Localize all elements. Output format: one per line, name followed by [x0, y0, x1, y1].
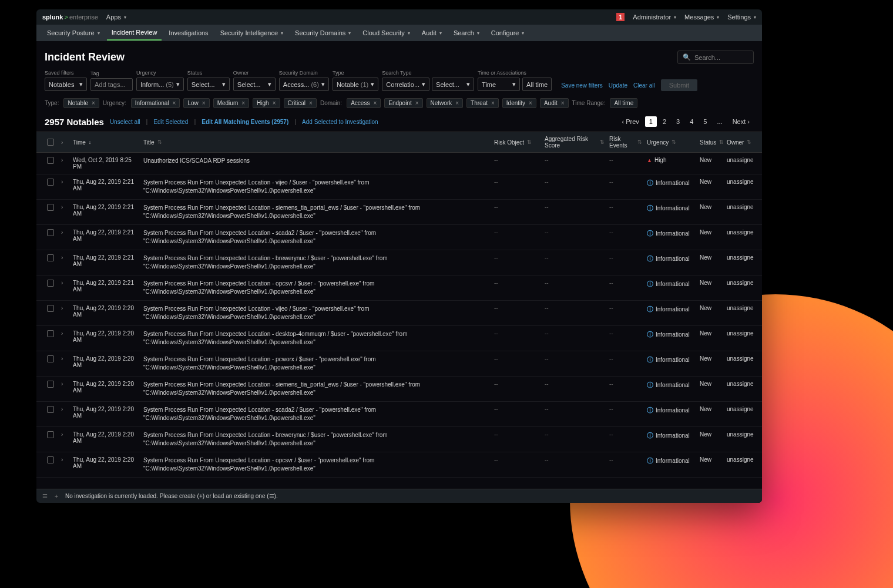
- page-3[interactable]: 3: [672, 116, 684, 127]
- col-status[interactable]: Status: [697, 132, 724, 152]
- menu-security-domains[interactable]: Security Domains: [290, 26, 355, 40]
- col-time[interactable]: Time: [70, 132, 141, 152]
- time-assoc-select[interactable]: Time▾: [478, 78, 520, 91]
- status-select[interactable]: Select...▾: [187, 78, 230, 91]
- row-checkbox[interactable]: [47, 157, 54, 164]
- edit-selected-link[interactable]: Edit Selected: [153, 119, 188, 125]
- table-row[interactable]: ›Thu, Aug 22, 2019 2:21 AMSystem Process…: [36, 200, 762, 225]
- chip-notable[interactable]: Notable×: [63, 98, 99, 108]
- close-icon[interactable]: ×: [455, 100, 459, 106]
- assoc-select[interactable]: Select...▾: [432, 78, 474, 91]
- row-checkbox[interactable]: [47, 431, 54, 438]
- expand-icon[interactable]: ›: [61, 179, 63, 185]
- table-row[interactable]: ›Thu, Aug 22, 2019 2:20 AMSystem Process…: [36, 402, 762, 427]
- expand-icon[interactable]: ›: [61, 204, 63, 210]
- close-icon[interactable]: ×: [173, 100, 176, 106]
- table-row[interactable]: ›Thu, Aug 22, 2019 2:21 AMSystem Process…: [36, 174, 762, 200]
- row-checkbox[interactable]: [47, 179, 54, 186]
- chip-threat[interactable]: Threat×: [466, 98, 499, 108]
- menu-incident-review[interactable]: Incident Review: [107, 25, 162, 41]
- expand-icon[interactable]: ›: [61, 157, 63, 163]
- row-checkbox[interactable]: [47, 229, 54, 236]
- submit-button[interactable]: Submit: [661, 79, 697, 91]
- chip-network[interactable]: Network×: [427, 98, 464, 108]
- add-icon[interactable]: ＋: [53, 492, 59, 500]
- close-icon[interactable]: ×: [415, 100, 419, 106]
- menu-search[interactable]: Search: [449, 26, 484, 40]
- col-owner[interactable]: Owner: [724, 132, 754, 152]
- expand-icon[interactable]: ›: [61, 431, 63, 438]
- col-agg-risk[interactable]: Aggregated Risk Score: [542, 132, 607, 152]
- menu-configure[interactable]: Configure: [486, 26, 529, 40]
- admin-menu[interactable]: Administrator: [633, 14, 676, 21]
- col-risk-object[interactable]: Risk Object: [492, 132, 542, 152]
- edit-all-link[interactable]: Edit All Matching Events (2957): [202, 119, 288, 125]
- expand-icon[interactable]: ›: [61, 330, 63, 337]
- expand-icon[interactable]: ›: [61, 229, 63, 236]
- chip-medium[interactable]: Medium×: [213, 98, 249, 108]
- saved-filters-select[interactable]: Notables▾: [45, 78, 87, 91]
- next-button[interactable]: Next ›: [728, 116, 754, 127]
- table-row[interactable]: ›Wed, Oct 2, 2019 8:25 PMUnauthorized IC…: [36, 153, 762, 174]
- chip-low[interactable]: Low×: [183, 98, 209, 108]
- table-row[interactable]: ›Thu, Aug 22, 2019 2:21 AMSystem Process…: [36, 250, 762, 275]
- update-link[interactable]: Update: [609, 82, 627, 89]
- row-checkbox[interactable]: [47, 381, 54, 388]
- clear-all-link[interactable]: Clear all: [633, 82, 655, 89]
- messages-menu[interactable]: Messages: [684, 14, 719, 21]
- close-icon[interactable]: ×: [561, 100, 565, 106]
- table-row[interactable]: ›Thu, Aug 22, 2019 2:21 AMSystem Process…: [36, 225, 762, 250]
- close-icon[interactable]: ×: [491, 100, 495, 106]
- add-to-investigation-link[interactable]: Add Selected to Investigation: [302, 119, 378, 125]
- row-checkbox[interactable]: [47, 456, 54, 463]
- alert-icon[interactable]: 1: [616, 13, 625, 21]
- expand-icon[interactable]: ›: [61, 406, 63, 412]
- menu-security-posture[interactable]: Security Posture: [42, 26, 105, 40]
- table-row[interactable]: ›Thu, Aug 22, 2019 2:20 AMSystem Process…: [36, 351, 762, 377]
- table-row[interactable]: ›Thu, Aug 22, 2019 2:21 AMSystem Process…: [36, 275, 762, 301]
- table-row[interactable]: ›Thu, Aug 22, 2019 2:20 AMSystem Process…: [36, 377, 762, 402]
- tag-input[interactable]: Add tags...: [90, 78, 133, 91]
- list-icon[interactable]: ☰: [42, 493, 48, 499]
- search-input[interactable]: 🔍 Search...: [677, 51, 754, 64]
- table-row[interactable]: ›Thu, Aug 22, 2019 2:20 AMSystem Process…: [36, 427, 762, 452]
- page-2[interactable]: 2: [659, 116, 670, 127]
- row-checkbox[interactable]: [47, 330, 54, 337]
- unselect-all-link[interactable]: Unselect all: [110, 119, 140, 125]
- expand-icon[interactable]: ›: [61, 381, 63, 387]
- save-filters-link[interactable]: Save new filters: [561, 82, 603, 89]
- row-checkbox[interactable]: [47, 254, 54, 261]
- expand-all-icon[interactable]: ›: [61, 139, 63, 146]
- page-5[interactable]: 5: [699, 116, 711, 127]
- chip-audit[interactable]: Audit×: [540, 98, 569, 108]
- chip-informational[interactable]: Informational×: [131, 98, 180, 108]
- select-all-checkbox[interactable]: [47, 139, 54, 146]
- menu-cloud-security[interactable]: Cloud Security: [358, 26, 415, 40]
- close-icon[interactable]: ×: [529, 100, 532, 106]
- close-icon[interactable]: ×: [273, 100, 276, 106]
- domain-select[interactable]: Access...(6)▾: [279, 78, 329, 91]
- table-row[interactable]: ›Thu, Aug 22, 2019 2:20 AMSystem Process…: [36, 326, 762, 351]
- time-range-select[interactable]: All time: [522, 78, 552, 91]
- close-icon[interactable]: ×: [309, 100, 313, 106]
- expand-icon[interactable]: ›: [61, 456, 63, 463]
- owner-select[interactable]: Select...▾: [233, 78, 276, 91]
- expand-icon[interactable]: ›: [61, 355, 63, 362]
- chip-high[interactable]: High×: [253, 98, 280, 108]
- close-icon[interactable]: ×: [202, 100, 206, 106]
- search-type-select[interactable]: Correlatio...▾: [382, 78, 429, 91]
- menu-security-intelligence[interactable]: Security Intelligence: [216, 26, 288, 40]
- chip-access[interactable]: Access×: [347, 98, 381, 108]
- prev-button[interactable]: ‹ Prev: [618, 116, 643, 127]
- col-title[interactable]: Title: [141, 132, 492, 152]
- table-row[interactable]: ›Thu, Aug 22, 2019 2:19 AMSystem Process…: [36, 478, 762, 482]
- menu-investigations[interactable]: Investigations: [164, 26, 213, 40]
- menu-audit[interactable]: Audit: [417, 26, 446, 40]
- settings-menu[interactable]: Settings: [727, 14, 756, 21]
- chip-critical[interactable]: Critical×: [284, 98, 317, 108]
- chip-endpoint[interactable]: Endpoint×: [384, 98, 422, 108]
- close-icon[interactable]: ×: [373, 100, 377, 106]
- close-icon[interactable]: ×: [92, 100, 95, 106]
- apps-menu[interactable]: Apps: [106, 14, 126, 21]
- table-row[interactable]: ›Thu, Aug 22, 2019 2:20 AMSystem Process…: [36, 452, 762, 478]
